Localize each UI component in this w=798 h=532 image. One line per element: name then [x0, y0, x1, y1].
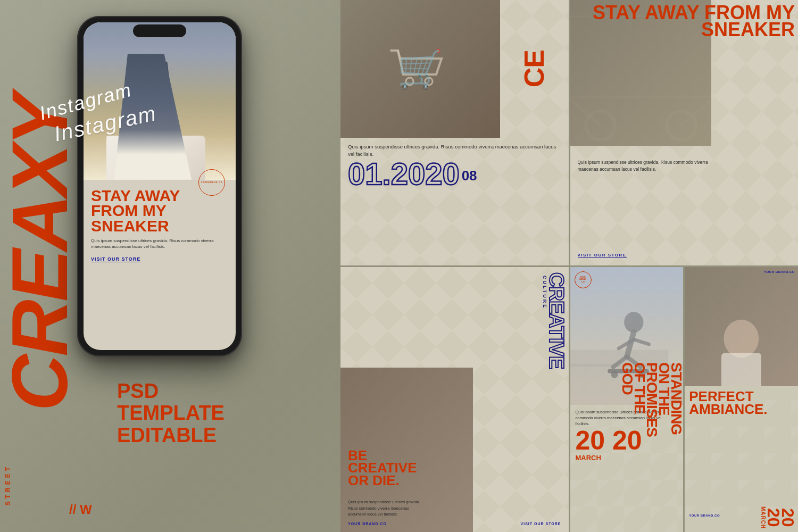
card4-brand-text: YOURBRAND.CO	[579, 276, 586, 284]
card4-date-month: MARCH	[760, 506, 766, 529]
psd-line-2: TEMPLATE	[117, 402, 225, 425]
card-grid: CE Quis ipsum suspendisse ultrices gravi…	[340, 0, 798, 532]
cart-icon	[388, 45, 452, 93]
card-3-creative: CREATIVE CULTURE BE CREATIVE OR DIE. Qui…	[340, 267, 569, 533]
card1-body-text: Quis ipsum suspendisse ultrices gravida.…	[340, 138, 569, 159]
street-lines: // W	[69, 503, 92, 516]
psd-line-1: PSD	[117, 380, 225, 403]
phone-content: YOURBRAND.CO STAY AWAY FROM MY SNEAKER Q…	[84, 180, 236, 268]
card4-ambiance-brand: YOUR BRAND.CO	[764, 270, 795, 273]
phone-mockup: YOURBRAND.CO STAY AWAY FROM MY SNEAKER Q…	[77, 16, 242, 362]
card1-date-row: 01.2020 08	[340, 159, 569, 189]
card4-ambiance: YOUR BRAND.CO PERFECT AMBIANCE. 2020 MAR…	[685, 267, 798, 533]
card1-vertical-text-area: CE	[500, 0, 569, 138]
psd-template-block: PSD TEMPLATE EDITABLE	[117, 380, 225, 447]
psd-line-3: EDITABLE	[117, 425, 225, 447]
page-wrapper: CREAXY Instagram PSD TEMPLATE EDITABLE S…	[0, 0, 798, 532]
card4-date-vertical: 2020 MARCH	[760, 506, 795, 529]
card1-date-small: 08	[462, 169, 477, 182]
card3-body-text: Quis ipsum suspendisse ultrices gravida.…	[348, 499, 422, 517]
card4-brand2: YOUR BRAND.CO	[689, 514, 720, 517]
phone-body-text: Quis ipsum suspendisse ultrices gravida.…	[91, 238, 228, 250]
phone-notch	[133, 24, 186, 37]
card3-creative-title: CREATIVE	[547, 272, 564, 369]
card-2-sneaker: STAY AWAY FROM MY SNEAKER Quis ipsum sus…	[570, 0, 799, 265]
card4-right-column: YOUR BRAND.CO PERFECT AMBIANCE. 2020 MAR…	[685, 267, 798, 533]
ambiance-person-svg	[685, 267, 798, 386]
card3-headline: BE CREATIVE OR DIE.	[348, 450, 417, 487]
card4-skater: YOURBRAND.CO STANDINGON THEPROMISESOF TH…	[570, 267, 684, 533]
card4-ambiance-photo	[685, 267, 798, 386]
street-label: STREET	[4, 464, 12, 505]
phone-frame: YOURBRAND.CO STAY AWAY FROM MY SNEAKER Q…	[77, 16, 242, 356]
card3-cta-right: VISIT OUR STORE	[521, 522, 561, 526]
svg-rect-30	[721, 353, 761, 386]
card2-body-text: Quis ipsum suspendisse ultrices gravida.…	[578, 159, 726, 173]
card4-standing-text: STANDINGON THEPROMISESOF THEGOD	[621, 267, 682, 533]
right-section: CE Quis ipsum suspendisse ultrices gravi…	[340, 0, 798, 532]
card2-headline: STAY AWAY FROM MY SNEAKER	[570, 4, 795, 38]
phone-brand-circle: YOURBRAND.CO	[198, 169, 225, 196]
card4-date-num: 2020	[766, 506, 795, 529]
card1-date-number: 01.2020	[348, 161, 460, 187]
svg-point-1	[425, 78, 433, 85]
phone-cta: VISIT OUR STORE	[91, 256, 140, 262]
card3-creative-vert: CREATIVE CULTURE	[542, 272, 564, 369]
svg-point-0	[406, 78, 413, 85]
card-1-date: CE Quis ipsum suspendisse ultrices gravi…	[340, 0, 569, 265]
card-4-split: YOURBRAND.CO STANDINGON THEPROMISESOF TH…	[570, 267, 799, 533]
card4-ambiance-headline: PERFECT AMBIANCE.	[685, 386, 798, 416]
card2-cta: VISIT OUR STORE	[578, 253, 627, 258]
svg-point-27	[611, 371, 618, 378]
card1-photo	[340, 0, 500, 138]
card4-brand-circle: YOURBRAND.CO	[575, 271, 592, 288]
phone-screen: YOURBRAND.CO STAY AWAY FROM MY SNEAKER Q…	[84, 22, 236, 350]
card3-cta-left: YOUR BRAND.CO	[348, 522, 387, 526]
card3-bottom-row: YOUR BRAND.CO VISIT OUR STORE	[348, 522, 561, 526]
card1-vertical-title: CE	[523, 50, 546, 87]
svg-point-29	[724, 319, 759, 358]
